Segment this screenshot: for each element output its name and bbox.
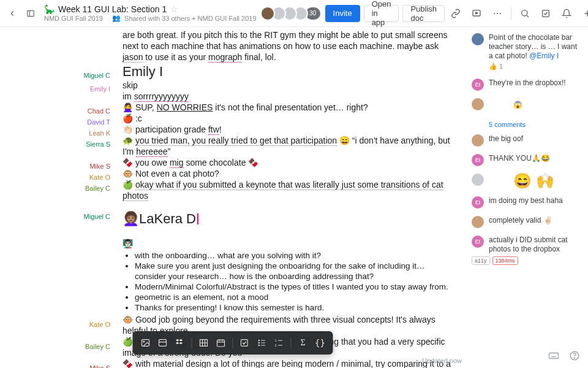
comment[interactable]: Point of the chocolate bar teacher story…: [472, 33, 579, 71]
line[interactable]: 👏🏻 participation grade ftw!: [123, 124, 453, 135]
comment[interactable]: completely valid ✌🏻: [472, 216, 579, 228]
insert-bullet-list-icon[interactable]: [254, 335, 270, 351]
bullet-list[interactable]: with the onboarding… what are you solvin…: [135, 250, 453, 313]
svg-point-27: [258, 345, 259, 345]
insert-formula-icon[interactable]: Σ: [295, 335, 311, 351]
checkbox-icon[interactable]: [538, 6, 553, 21]
more-icon[interactable]: [490, 6, 505, 21]
toolbar-separator: [192, 337, 192, 348]
line[interactable]: skip: [123, 80, 453, 91]
line[interactable]: 🍫 with material design a lot of things a…: [123, 358, 453, 368]
document-column: Miguel CEmily IChad CDavid TLeah KSierra…: [0, 27, 466, 368]
search-icon[interactable]: [518, 6, 532, 21]
invite-button[interactable]: Invite: [325, 5, 360, 22]
insert-layout-icon[interactable]: [155, 335, 171, 351]
spellcheck-word[interactable]: sorrrryyyyyyyy: [134, 91, 189, 102]
author-label: Bailey C: [85, 341, 110, 352]
insert-numbered-list-icon[interactable]: 12: [271, 335, 287, 351]
list-item[interactable]: Make sure you arent just designing the o…: [135, 261, 453, 282]
title-block: 🦕 Week 11 GUI Lab: Section 1 ☆ NMD GUI F…: [44, 4, 257, 22]
svg-rect-14: [159, 340, 167, 347]
a11y-badge[interactable]: a11y: [472, 256, 490, 265]
star-icon[interactable]: ☆: [170, 4, 178, 14]
reaction-emoji: 😱: [489, 98, 522, 113]
list-item[interactable]: with the onboarding… what are you solvin…: [135, 250, 453, 261]
mention-link[interactable]: @Emily I: [529, 52, 559, 60]
svg-text:1: 1: [275, 339, 277, 342]
people-icon: 👥: [112, 14, 121, 22]
comment[interactable]: 😄 🙌: [472, 174, 579, 189]
presentation-icon[interactable]: [469, 6, 484, 21]
line[interactable]: 🍎 :c: [123, 113, 453, 124]
author-label: David T: [87, 117, 110, 128]
author-label: Mike S: [89, 362, 110, 368]
breadcrumb: NMD GUI Fall 2019 · 👥 Shared with 33 oth…: [44, 14, 257, 22]
publish-button[interactable]: Publish doc: [402, 5, 445, 22]
document-body[interactable]: are both great. If you pitch this to the…: [0, 27, 466, 368]
spellcheck-word[interactable]: ftw: [208, 125, 219, 135]
bottom-corner-icons: [546, 348, 582, 363]
line[interactable]: im sorrrryyyyyyyy: [123, 91, 453, 102]
line[interactable]: 🍏 okay what if you submitted a keynote t…: [123, 179, 453, 201]
breadcrumb-sep: ·: [107, 15, 108, 22]
svg-rect-9: [543, 10, 549, 17]
comment[interactable]: EI im doing my best haha: [472, 196, 579, 209]
breadcrumb-folder[interactable]: NMD GUI Fall 2019: [44, 15, 103, 22]
plus-icon[interactable]: [580, 6, 588, 21]
breadcrumb-shared[interactable]: Shared with 33 others + NMD GUI Fall 201…: [124, 15, 257, 22]
author-label: Kate O: [89, 319, 110, 330]
presence-avatars[interactable]: 30: [264, 6, 322, 21]
avatar[interactable]: [260, 6, 275, 21]
main-layout: Miguel CEmily IChad CDavid TLeah KSierra…: [0, 27, 588, 368]
avatar: [472, 33, 484, 45]
help-icon[interactable]: [567, 348, 582, 363]
list-item[interactable]: Modern/Minimal Colorful/Abstract is the …: [135, 282, 453, 292]
insert-code-icon[interactable]: {}: [312, 335, 328, 351]
bell-icon[interactable]: [559, 6, 574, 21]
back-icon[interactable]: [5, 6, 20, 21]
open-in-app-button[interactable]: Open in app: [364, 5, 399, 22]
perf-badge[interactable]: 1384ms: [492, 256, 518, 265]
svg-marker-3: [476, 12, 478, 14]
comment[interactable]: EI actually i DID submit cat photos to t…: [472, 236, 579, 254]
toolbar-separator: [233, 337, 233, 348]
comment[interactable]: EI They're in the dropbox!!: [472, 79, 579, 91]
panel-icon[interactable]: [23, 6, 38, 21]
reaction-meta[interactable]: 👍 1: [489, 62, 579, 71]
insert-dropbox-icon[interactable]: [172, 335, 188, 351]
avatar: EI: [472, 79, 484, 91]
insert-image-icon[interactable]: [138, 335, 154, 351]
line[interactable]: 🍫 you owe mig some chocolate 🍫: [123, 157, 453, 168]
comment[interactable]: EI THANK YOU🙏😂: [472, 154, 579, 166]
keyboard-icon[interactable]: [546, 348, 561, 363]
doc-title[interactable]: Week 11 GUI Lab: Section 1: [58, 4, 167, 14]
list-item[interactable]: geometric is an element, not a mood: [135, 292, 453, 302]
list-item[interactable]: Thanks for presenting! I know this semes…: [135, 302, 453, 313]
paragraph[interactable]: are both great. If you pitch this to the…: [123, 29, 453, 63]
link-icon[interactable]: [448, 6, 463, 21]
mention-link[interactable]: jason: [123, 52, 143, 63]
comments-expand-link[interactable]: 5 comments: [489, 121, 579, 128]
insert-checklist-icon[interactable]: [237, 335, 253, 351]
title-emoji-icon: 🦕: [44, 4, 55, 14]
line[interactable]: 🐵 Not even a cat photo?: [123, 168, 453, 179]
spellcheck-word[interactable]: hereeee: [136, 147, 167, 157]
comment[interactable]: the big oof: [472, 134, 579, 147]
spellcheck-word[interactable]: mig: [170, 158, 184, 168]
spellcheck-word[interactable]: mograph: [208, 52, 242, 63]
svg-rect-24: [241, 340, 248, 347]
author-label: Chad C: [88, 105, 110, 117]
section-heading[interactable]: Emily I: [123, 66, 163, 77]
line[interactable]: 🐢 you tried man, you really tried to get…: [123, 135, 453, 157]
section-heading[interactable]: 👩🏽‍🦱LaKera D: [123, 213, 198, 224]
comments-sidebar: Point of the chocolate bar teacher story…: [466, 27, 588, 368]
dev-badges: a11y 1384ms: [472, 256, 579, 265]
line[interactable]: 🙅‍♀️ SUP, NO WORRIES it's not the final …: [123, 102, 453, 113]
avatar: [472, 98, 484, 110]
insert-calendar-icon[interactable]: [213, 335, 229, 351]
line[interactable]: 👨🏻‍🏫: [123, 238, 453, 249]
svg-point-13: [143, 341, 145, 342]
comment[interactable]: 😱: [472, 98, 579, 113]
insert-table-icon[interactable]: [196, 335, 212, 351]
avatar: EI: [472, 196, 484, 209]
